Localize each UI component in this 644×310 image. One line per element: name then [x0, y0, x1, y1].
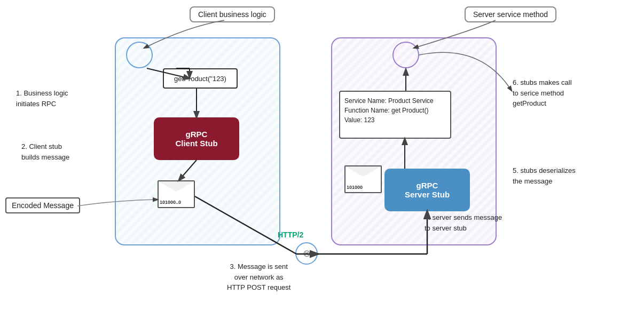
arrows-svg: [0, 0, 644, 310]
envelope-client: 101000..0: [158, 180, 195, 208]
http2-label: HTTP/2: [278, 230, 303, 239]
annotation-5: 5. stubs deserializes the message: [513, 165, 576, 186]
getproduct-box: getProduct("123): [163, 68, 238, 89]
diagram-container: Client business logic Server service met…: [0, 0, 644, 310]
annotation-3: 3. Message is sent over network as HTTP …: [227, 261, 290, 293]
client-circle: [126, 42, 153, 68]
annotation-6: 6. stubs makes call to serice method get…: [513, 77, 572, 109]
annotation-2: 2. Client stub builds message: [21, 141, 69, 162]
client-stub-box: gRPC Client Stub: [154, 117, 239, 160]
annotation-4: 4. server sends message to server stub: [425, 212, 502, 233]
service-info-box: Service Name: Product Service Function N…: [339, 91, 451, 139]
http2-circle: ⊗: [295, 242, 318, 265]
server-stub-box: gRPC Server Stub: [384, 169, 470, 211]
encoded-message-box: Encoded Message: [5, 197, 80, 213]
envelope-server: 101000: [344, 165, 382, 193]
server-method-bubble: Server service method: [465, 6, 556, 22]
annotation-1: 1. Business logic initiates RPC: [16, 88, 68, 109]
client-logic-bubble: Client business logic: [190, 6, 275, 22]
server-circle: [392, 42, 419, 68]
